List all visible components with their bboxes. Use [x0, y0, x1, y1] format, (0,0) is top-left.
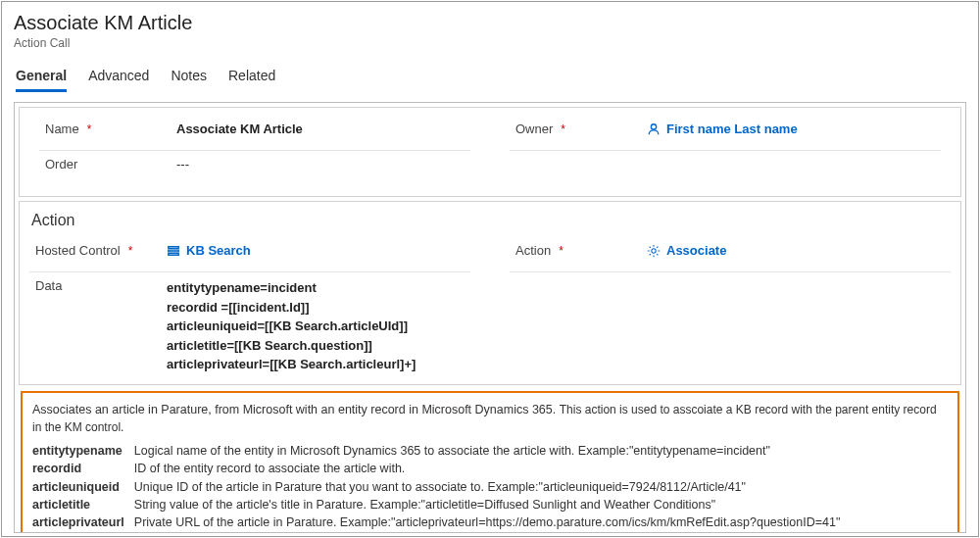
- param-name: articlepublicurl: [32, 531, 134, 533]
- form-header: Associate KM Article Action Call General…: [2, 2, 978, 92]
- action-lookup-text: Associate: [666, 243, 726, 258]
- param-row: articleuniqueidUnique ID of the article …: [32, 478, 948, 496]
- section-title-action: Action: [20, 202, 960, 237]
- label-name: Name*: [39, 122, 176, 136]
- label-order: Order: [39, 157, 176, 171]
- param-desc: Logical name of the entity in Microsoft …: [134, 442, 948, 460]
- svg-rect-2: [169, 250, 179, 252]
- data-line: recordid =[[incident.Id]]: [167, 298, 951, 318]
- label-data: Data: [29, 278, 167, 293]
- svg-rect-3: [169, 253, 179, 255]
- description-panel: Associates an article in Parature, from …: [21, 391, 959, 534]
- param-name: entitytypename: [32, 442, 134, 460]
- param-desc: ID of the entity record to associate the…: [134, 460, 948, 477]
- data-line: entitytypename=incident: [167, 278, 951, 298]
- param-desc: Private URL of the article in Parature. …: [134, 514, 948, 531]
- param-desc: String value of the article's title in P…: [134, 496, 948, 514]
- form-canvas: Name* Associate KM Article Order --- O: [14, 102, 966, 533]
- label-owner: Owner*: [510, 122, 647, 136]
- hosted-control-text: KB Search: [186, 243, 251, 258]
- owner-lookup-text: First name Last name: [666, 122, 798, 136]
- param-name: articleuniqueid: [32, 478, 134, 496]
- param-row: articleprivateurlPrivate URL of the arti…: [32, 514, 948, 531]
- action-lookup[interactable]: Associate: [647, 243, 726, 258]
- page-title: Associate KM Article: [14, 12, 966, 34]
- tab-related[interactable]: Related: [228, 68, 275, 92]
- field-action[interactable]: Action* Associate: [510, 237, 951, 272]
- svg-point-4: [652, 248, 656, 252]
- gear-icon: [647, 244, 661, 258]
- value-name: Associate KM Article: [176, 122, 470, 136]
- field-owner[interactable]: Owner* First name Last name: [510, 116, 941, 151]
- user-icon: [647, 122, 661, 136]
- description-main: Associates an article in Parature, from …: [32, 403, 556, 416]
- value-order: ---: [176, 157, 470, 171]
- param-name: articletitle: [32, 496, 134, 514]
- label-hosted-control: Hosted Control*: [29, 243, 167, 258]
- svg-point-0: [651, 123, 656, 128]
- param-row: articlepublicurlPublic URL of the articl…: [32, 531, 948, 533]
- data-line: articleuniqueid=[[KB Search.articleUId]]: [167, 317, 951, 336]
- section-action: Action Hosted Control* KB Search: [19, 201, 961, 385]
- value-data: entitytypename=incidentrecordid =[[incid…: [167, 278, 951, 374]
- param-row: recordidID of the entity record to assoc…: [32, 460, 948, 477]
- data-line: articleprivateurl=[[KB Search.articleurl…: [167, 355, 951, 374]
- owner-lookup[interactable]: First name Last name: [647, 122, 798, 136]
- field-hosted-control[interactable]: Hosted Control* KB Search: [29, 237, 470, 272]
- field-name[interactable]: Name* Associate KM Article: [39, 116, 470, 151]
- form-container: Associate KM Article Action Call General…: [1, 1, 979, 537]
- tab-advanced[interactable]: Advanced: [88, 68, 149, 92]
- param-desc: Public URL of the article in Parature. E…: [134, 531, 948, 533]
- param-name: articleprivateurl: [32, 514, 134, 531]
- param-desc: Unique ID of the article in Parature tha…: [134, 478, 948, 496]
- hosted-control-lookup[interactable]: KB Search: [167, 243, 251, 258]
- param-table: entitytypenameLogical name of the entity…: [32, 442, 948, 533]
- field-data[interactable]: Data entitytypename=incidentrecordid =[[…: [29, 272, 951, 380]
- field-order[interactable]: Order ---: [39, 151, 470, 186]
- param-row: articletitleString value of the article'…: [32, 496, 948, 514]
- label-action: Action*: [510, 243, 647, 258]
- param-name: recordid: [32, 460, 134, 477]
- entity-type-label: Action Call: [14, 36, 966, 50]
- svg-rect-1: [169, 246, 179, 248]
- param-row: entitytypenameLogical name of the entity…: [32, 442, 948, 460]
- section-general: Name* Associate KM Article Order --- O: [19, 107, 961, 197]
- tab-bar: General Advanced Notes Related: [14, 68, 966, 92]
- tab-general[interactable]: General: [16, 68, 67, 92]
- tab-notes[interactable]: Notes: [171, 68, 207, 92]
- data-line: articletitle=[[KB Search.question]]: [167, 336, 951, 356]
- list-icon: [167, 244, 180, 258]
